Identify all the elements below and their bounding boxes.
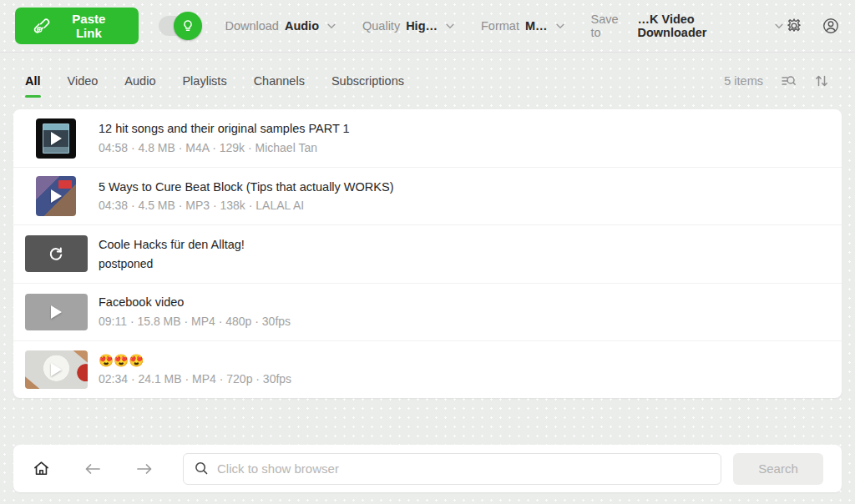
item-meta: 04:38 · 4.5 MB · MP3 · 138k · LALAL AI bbox=[99, 199, 393, 212]
paste-link-label: Paste Link bbox=[58, 12, 120, 40]
item-meta: 02:34 · 24.1 MB · MP4 · 720p · 30fps bbox=[99, 372, 291, 386]
tab-video[interactable]: Video bbox=[68, 68, 99, 94]
quality-label: Quality bbox=[362, 19, 400, 33]
tab-playlists[interactable]: Playlists bbox=[182, 68, 226, 94]
tab-audio[interactable]: Audio bbox=[124, 68, 155, 94]
arrow-right-icon bbox=[134, 459, 154, 479]
app-window: Paste Link Download Audio Quality Hig… bbox=[0, 0, 855, 504]
lightbulb-icon bbox=[174, 12, 202, 40]
items-count: 5 items bbox=[724, 74, 763, 88]
category-tabs: All Video Audio Playlists Channels Subsc… bbox=[0, 53, 855, 108]
gear-icon bbox=[785, 17, 803, 35]
chevron-down-icon bbox=[326, 20, 337, 32]
tab-all[interactable]: All bbox=[25, 68, 41, 94]
chevron-down-icon bbox=[773, 20, 785, 32]
format-label: Format bbox=[481, 19, 519, 33]
item-status: postponed bbox=[99, 257, 245, 270]
smart-mode-toggle[interactable] bbox=[159, 16, 200, 36]
sort-arrows-icon bbox=[813, 73, 830, 89]
list-item[interactable]: 😍😍😍 02:34 · 24.1 MB · MP4 · 720p · 30fps bbox=[13, 340, 842, 398]
tab-channels[interactable]: Channels bbox=[254, 68, 305, 94]
chevron-down-icon bbox=[444, 20, 456, 32]
list-item[interactable]: Facebook video 09:11 · 15.8 MB · MP4 · 4… bbox=[13, 283, 842, 340]
browser-bar: Search bbox=[13, 445, 842, 492]
filter-search-icon bbox=[780, 73, 797, 89]
download-type-dropdown[interactable]: Download Audio bbox=[225, 19, 337, 33]
download-list: 12 hit songs and their original samples … bbox=[13, 109, 842, 398]
account-button[interactable] bbox=[822, 17, 840, 35]
item-title: 😍😍😍 bbox=[99, 354, 291, 368]
download-value: Audio bbox=[285, 19, 319, 33]
item-meta: 09:11 · 15.8 MB · MP4 · 480p · 30fps bbox=[99, 315, 291, 328]
save-to-value: …K Video Downloader bbox=[637, 13, 766, 39]
toolbar: Paste Link Download Audio Quality Hig… bbox=[0, 0, 855, 53]
download-label: Download bbox=[225, 19, 279, 33]
thumbnail bbox=[36, 176, 76, 216]
chevron-down-icon bbox=[554, 20, 566, 32]
sort-button[interactable] bbox=[813, 73, 830, 89]
format-dropdown[interactable]: Format M… bbox=[481, 19, 566, 33]
save-to-label: Save to bbox=[591, 13, 632, 39]
play-triangle-icon bbox=[51, 189, 62, 203]
home-button[interactable] bbox=[32, 459, 51, 478]
thumbnail bbox=[25, 235, 88, 272]
list-item[interactable]: 12 hit songs and their original samples … bbox=[13, 109, 842, 167]
person-circle-icon bbox=[822, 17, 840, 35]
item-title: Coole Hacks für den Alltag! bbox=[99, 238, 245, 252]
magnifier-icon bbox=[194, 461, 210, 476]
back-button[interactable] bbox=[83, 459, 103, 479]
play-triangle-icon bbox=[51, 132, 62, 145]
item-title: 12 hit songs and their original samples … bbox=[99, 122, 350, 136]
tabs-right-controls: 5 items bbox=[724, 73, 830, 89]
toolbar-right-icons bbox=[785, 17, 840, 35]
tab-subscriptions[interactable]: Subscriptions bbox=[331, 68, 404, 94]
filter-search-button[interactable] bbox=[780, 73, 797, 89]
refresh-icon bbox=[46, 244, 66, 264]
format-value: M… bbox=[525, 19, 548, 33]
thumbnail bbox=[36, 118, 76, 159]
quality-value: Hig… bbox=[406, 19, 438, 33]
forward-button[interactable] bbox=[134, 459, 154, 479]
play-triangle-icon bbox=[51, 305, 62, 319]
search-button[interactable]: Search bbox=[733, 453, 823, 485]
home-icon bbox=[32, 459, 51, 478]
arrow-left-icon bbox=[83, 459, 103, 479]
thumbnail bbox=[25, 294, 88, 330]
save-to-dropdown[interactable]: Save to …K Video Downloader bbox=[591, 13, 785, 39]
list-item[interactable]: 5 Ways to Cure Beat Block (Tips that act… bbox=[13, 167, 842, 224]
item-title: Facebook video bbox=[99, 295, 291, 310]
browser-address-box[interactable] bbox=[183, 453, 721, 485]
play-triangle-icon bbox=[51, 363, 62, 376]
paste-link-button[interactable]: Paste Link bbox=[15, 8, 139, 44]
list-item[interactable]: Coole Hacks für den Alltag! postponed bbox=[13, 224, 842, 282]
quality-dropdown[interactable]: Quality Hig… bbox=[362, 19, 456, 33]
search-input[interactable] bbox=[217, 461, 711, 476]
settings-button[interactable] bbox=[785, 17, 803, 35]
link-plus-icon bbox=[33, 18, 50, 34]
item-title: 5 Ways to Cure Beat Block (Tips that act… bbox=[99, 180, 393, 194]
item-meta: 04:58 · 4.8 MB · M4A · 129k · Michael Ta… bbox=[99, 141, 350, 154]
thumbnail bbox=[25, 350, 88, 389]
